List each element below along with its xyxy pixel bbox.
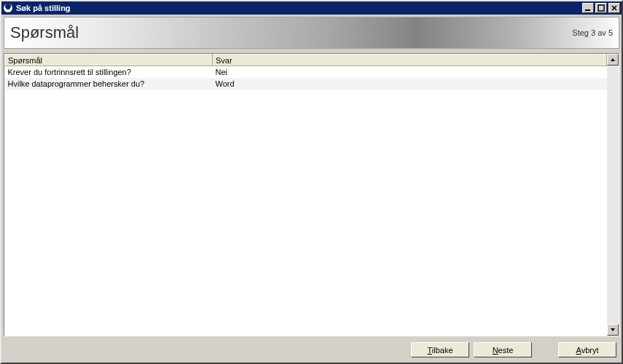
- table-row[interactable]: Krever du fortrinnsrett til stillingen? …: [5, 66, 607, 78]
- scroll-down-button[interactable]: [607, 324, 619, 336]
- questions-table: Spørsmål Svar Krever du fortrinnsrett ti…: [4, 54, 607, 336]
- titlebar[interactable]: Søk på stilling: [1, 1, 622, 15]
- content-frame: Spørsmål Svar Krever du fortrinnsrett ti…: [4, 53, 619, 336]
- cell-question: Krever du fortrinnsrett til stillingen?: [5, 66, 213, 78]
- window-title: Søk på stilling: [16, 4, 581, 12]
- close-button[interactable]: [608, 3, 620, 13]
- svg-rect-1: [585, 9, 590, 11]
- client-area: Spørsmål Steg 3 av 5 Spørsmål Svar: [4, 17, 619, 360]
- cancel-button[interactable]: Avbryt: [558, 342, 616, 357]
- button-row: Tilbake Neste Avbryt: [4, 336, 619, 360]
- step-indicator: Steg 3 av 5: [572, 28, 613, 37]
- page-title: Spørsmål: [10, 23, 79, 42]
- cell-question: Hvilke dataprogrammer behersker du?: [5, 78, 213, 90]
- app-icon: [3, 3, 13, 13]
- window-controls: [581, 3, 620, 13]
- page-header: Spørsmål Steg 3 av 5: [4, 17, 619, 49]
- table-header-row: Spørsmål Svar: [5, 55, 607, 66]
- svg-rect-2: [598, 5, 604, 11]
- minimize-button[interactable]: [582, 3, 594, 13]
- cell-answer: Word: [213, 78, 607, 90]
- col-answer[interactable]: Svar: [213, 55, 607, 66]
- maximize-button[interactable]: [595, 3, 607, 13]
- scroll-track[interactable]: [607, 66, 619, 324]
- col-question[interactable]: Spørsmål: [5, 55, 213, 66]
- app-window: Søk på stilling Spørsmål Steg 3 av 5: [0, 0, 623, 364]
- back-button[interactable]: Tilbake: [411, 342, 469, 357]
- vertical-scrollbar[interactable]: [607, 54, 619, 336]
- next-button[interactable]: Neste: [474, 342, 532, 357]
- scroll-up-button[interactable]: [607, 54, 619, 66]
- cell-answer: Nei: [213, 66, 607, 78]
- table-row[interactable]: Hvilke dataprogrammer behersker du? Word: [5, 78, 607, 90]
